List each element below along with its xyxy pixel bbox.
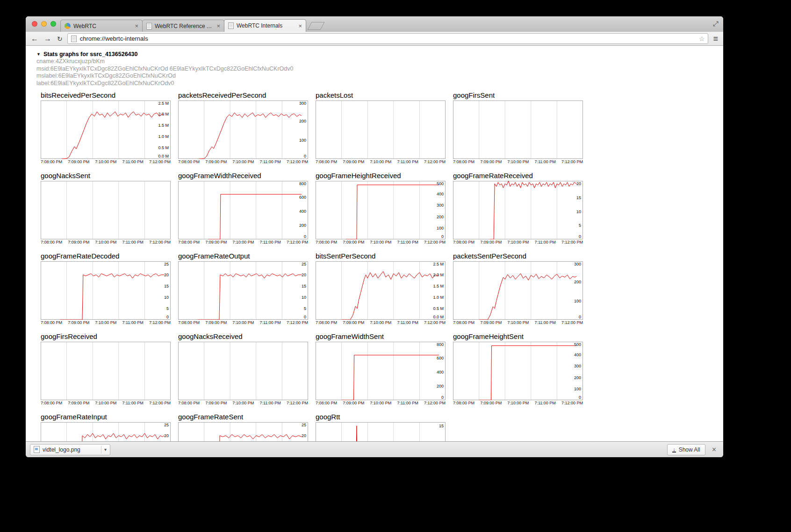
chart-title: googFrameRateReceived bbox=[453, 172, 583, 180]
x-tick-label: 7:09:00 PM bbox=[205, 320, 227, 325]
tab-close-icon[interactable]: × bbox=[135, 23, 138, 29]
chart-plot bbox=[41, 181, 171, 239]
chrome-menu-icon[interactable]: ≡ bbox=[712, 35, 719, 43]
x-tick-label: 7:08:00 PM bbox=[41, 240, 62, 244]
download-arrow-icon: ↓ bbox=[672, 447, 676, 453]
window-close-button[interactable] bbox=[32, 21, 37, 27]
x-tick-label: 7:10:00 PM bbox=[370, 401, 391, 405]
forward-button[interactable]: → bbox=[43, 35, 52, 43]
svg-text:25: 25 bbox=[302, 262, 306, 266]
svg-text:20: 20 bbox=[576, 181, 581, 186]
reload-button[interactable]: ↻ bbox=[56, 35, 64, 43]
stats-chart: googFrameRateReceived 20151050 7:08:00 P… bbox=[453, 172, 583, 244]
svg-text:0: 0 bbox=[441, 395, 444, 400]
window-zoom-button[interactable] bbox=[50, 21, 56, 27]
svg-text:300: 300 bbox=[574, 364, 581, 368]
x-tick-label: 7:09:00 PM bbox=[205, 159, 227, 164]
x-tick-label: 7:11:00 PM bbox=[259, 240, 280, 244]
chart-plot: 8006004002000 bbox=[178, 181, 308, 239]
svg-text:0: 0 bbox=[579, 234, 581, 239]
chevron-down-icon[interactable]: ▾ bbox=[104, 447, 107, 452]
tab-label: WebRTC Internals bbox=[237, 22, 295, 29]
svg-text:600: 600 bbox=[299, 195, 306, 200]
stats-chart: googFrameRateInput 2520151050 7:08:00 PM… bbox=[41, 413, 171, 441]
tab-webrtc-reference-app[interactable]: WebRTC Reference App × bbox=[142, 20, 224, 32]
x-tick-label: 7:10:00 PM bbox=[507, 320, 529, 325]
svg-text:400: 400 bbox=[437, 370, 444, 374]
traffic-lights bbox=[32, 21, 56, 27]
x-tick-label: 7:09:00 PM bbox=[68, 320, 89, 325]
image-file-icon bbox=[34, 446, 40, 453]
fullscreen-icon[interactable]: ⤢ bbox=[713, 20, 719, 28]
omnibox[interactable]: chrome://webrtc-internals ☆ bbox=[67, 33, 709, 44]
x-tick-label: 7:11:00 PM bbox=[534, 159, 555, 164]
back-button[interactable]: ← bbox=[30, 35, 39, 43]
chart-x-labels: 7:08:00 PM7:09:00 PM7:10:00 PM7:11:00 PM… bbox=[41, 159, 171, 164]
svg-text:15: 15 bbox=[576, 195, 581, 200]
new-tab-button[interactable] bbox=[307, 22, 324, 30]
tab-close-icon[interactable]: × bbox=[298, 23, 302, 29]
tab-webrtc-internals[interactable]: WebRTC Internals × bbox=[224, 19, 306, 32]
chart-x-labels: 7:08:00 PM7:09:00 PM7:10:00 PM7:11:00 PM… bbox=[178, 240, 308, 244]
bookmark-star-icon[interactable]: ☆ bbox=[699, 35, 705, 43]
stats-chart: packetsLost 7:08:00 PM7:09:00 PM7:10:00 … bbox=[316, 91, 446, 164]
x-tick-label: 7:11:00 PM bbox=[259, 401, 280, 405]
chart-x-labels: 7:08:00 PM7:09:00 PM7:10:00 PM7:11:00 PM… bbox=[316, 159, 446, 164]
stats-chart: googNacksReceived 7:08:00 PM7:09:00 PM7:… bbox=[178, 332, 308, 405]
chart-plot: 2520151050 bbox=[178, 261, 308, 320]
window-minimize-button[interactable] bbox=[41, 21, 47, 27]
download-item[interactable]: vidtel_logo.png ▾ bbox=[30, 444, 110, 455]
tab-webrtc[interactable]: WebRTC × bbox=[60, 20, 143, 32]
svg-text:200: 200 bbox=[299, 223, 306, 228]
x-tick-label: 7:09:00 PM bbox=[343, 401, 364, 405]
x-tick-label: 7:10:00 PM bbox=[232, 401, 254, 405]
x-tick-label: 7:12:00 PM bbox=[149, 159, 171, 164]
tab-label: WebRTC bbox=[73, 23, 132, 29]
svg-text:100: 100 bbox=[299, 138, 306, 143]
x-tick-label: 7:08:00 PM bbox=[453, 320, 475, 325]
stats-chart: googFrameRateOutput 2520151050 7:08:00 P… bbox=[178, 252, 308, 325]
svg-text:0: 0 bbox=[166, 315, 169, 319]
chart-x-labels: 7:08:00 PM7:09:00 PM7:10:00 PM7:11:00 PM… bbox=[453, 159, 583, 164]
x-tick-label: 7:12:00 PM bbox=[561, 320, 583, 325]
x-tick-label: 7:09:00 PM bbox=[205, 401, 227, 405]
x-tick-label: 7:10:00 PM bbox=[370, 240, 391, 244]
svg-text:0: 0 bbox=[579, 315, 581, 319]
x-tick-label: 7:08:00 PM bbox=[41, 159, 62, 164]
collapse-arrow-icon[interactable]: ▼ bbox=[36, 52, 41, 57]
chart-plot: 20151050 bbox=[453, 181, 583, 239]
x-tick-label: 7:10:00 PM bbox=[95, 240, 116, 244]
tabs: WebRTC × WebRTC Reference App × WebRTC I… bbox=[60, 19, 323, 32]
x-tick-label: 7:10:00 PM bbox=[507, 159, 529, 164]
stats-cname: cname:4ZXkrucxjuzp/bKm bbox=[36, 58, 723, 65]
svg-text:400: 400 bbox=[437, 192, 444, 196]
svg-text:0.5 M: 0.5 M bbox=[433, 306, 444, 311]
x-tick-label: 7:12:00 PM bbox=[424, 320, 446, 325]
svg-text:1.5 M: 1.5 M bbox=[158, 123, 169, 128]
svg-text:15: 15 bbox=[302, 284, 306, 288]
x-tick-label: 7:08:00 PM bbox=[178, 159, 200, 164]
x-tick-label: 7:11:00 PM bbox=[122, 320, 143, 325]
x-tick-label: 7:09:00 PM bbox=[68, 401, 89, 405]
svg-text:200: 200 bbox=[299, 119, 306, 123]
svg-text:5: 5 bbox=[579, 223, 581, 228]
svg-text:300: 300 bbox=[574, 262, 581, 266]
svg-text:2.5 M: 2.5 M bbox=[158, 101, 169, 106]
x-tick-label: 7:08:00 PM bbox=[453, 240, 475, 244]
chart-title: googFrameWidthReceived bbox=[178, 172, 308, 180]
chart-title: bitsReceivedPerSecond bbox=[41, 91, 171, 99]
x-tick-label: 7:10:00 PM bbox=[95, 159, 116, 164]
chart-plot: 2.5 M2.0 M1.5 M1.0 M0.5 M0.0 M bbox=[316, 261, 446, 320]
downloads-close-icon[interactable]: × bbox=[712, 446, 716, 453]
x-tick-label: 7:09:00 PM bbox=[205, 240, 227, 244]
show-all-button[interactable]: ↓ Show All bbox=[667, 444, 705, 455]
x-tick-label: 7:12:00 PM bbox=[561, 401, 583, 405]
chart-x-labels: 7:08:00 PM7:09:00 PM7:10:00 PM7:11:00 PM… bbox=[41, 401, 171, 405]
stats-chart: googFrameHeightReceived 5004003002001000… bbox=[316, 172, 446, 244]
svg-text:2.0 M: 2.0 M bbox=[433, 273, 444, 277]
svg-text:0.0 M: 0.0 M bbox=[158, 154, 169, 158]
x-tick-label: 7:12:00 PM bbox=[287, 401, 308, 405]
x-tick-label: 7:08:00 PM bbox=[41, 401, 62, 405]
tab-close-icon[interactable]: × bbox=[216, 23, 220, 29]
chart-title: googNacksReceived bbox=[178, 332, 308, 340]
